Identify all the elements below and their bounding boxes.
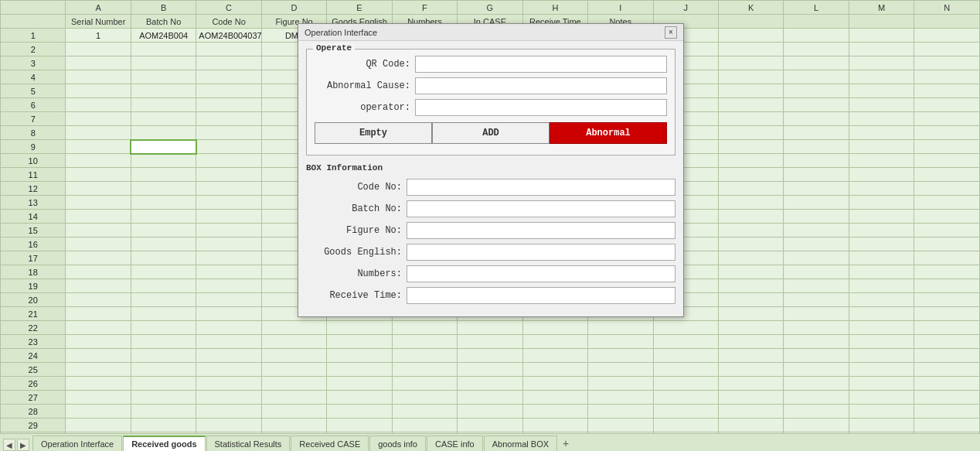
cell-r14-c13[interactable]: [914, 210, 980, 224]
cell-r19-c2[interactable]: [196, 279, 261, 293]
cell-r8-c12[interactable]: [849, 126, 914, 140]
cell-r29-c12[interactable]: [849, 419, 914, 432]
cell-r28-c10[interactable]: [718, 405, 783, 419]
box-goods-english-input[interactable]: [407, 244, 675, 261]
cell-r27-c12[interactable]: [849, 391, 914, 405]
cell-r29-c7[interactable]: [522, 419, 587, 432]
cell-r28-c7[interactable]: [522, 405, 587, 419]
cell-r27-c8[interactable]: [588, 391, 653, 405]
cell-r27-c3[interactable]: [261, 391, 326, 405]
cell-r29-c4[interactable]: [327, 419, 392, 432]
cell-r15-c11[interactable]: [784, 224, 849, 237]
cell-r22-c6[interactable]: [458, 321, 522, 335]
cell-r6-c10[interactable]: [718, 98, 783, 112]
cell-r24-c10[interactable]: [718, 349, 783, 363]
cell-r8-c13[interactable]: [914, 126, 980, 140]
cell-r24-c11[interactable]: [784, 349, 849, 363]
tab-case-info[interactable]: CASE info: [427, 436, 483, 451]
cell-r7-c11[interactable]: [784, 112, 849, 126]
cell-r26-c4[interactable]: [327, 377, 392, 391]
cell-r18-c2[interactable]: [196, 265, 261, 279]
cell-r29-c3[interactable]: [261, 419, 326, 432]
cell-r9-c11[interactable]: [784, 140, 849, 154]
cell-r27-c6[interactable]: [458, 391, 522, 405]
cell-r18-c13[interactable]: [914, 265, 980, 279]
cell-r25-c6[interactable]: [458, 363, 522, 377]
cell-r13-c2[interactable]: [196, 196, 261, 210]
cell-r1-c2[interactable]: AOM24B004037001: [196, 29, 261, 43]
cell-r15-c2[interactable]: [196, 224, 261, 237]
tab-received-goods[interactable]: Received goods: [123, 436, 205, 451]
cell-r18-c10[interactable]: [718, 265, 783, 279]
cell-r5-c1[interactable]: [131, 84, 196, 98]
cell-r23-c13[interactable]: [914, 335, 980, 349]
cell-r24-c0[interactable]: [66, 349, 131, 363]
cell-r27-c10[interactable]: [718, 391, 783, 405]
cell-r26-c11[interactable]: [784, 377, 849, 391]
cell-r1-c0[interactable]: 1: [66, 29, 131, 43]
cell-r16-c12[interactable]: [849, 237, 914, 251]
cell-r2-c13[interactable]: [914, 43, 980, 56]
operator-input[interactable]: [415, 99, 667, 116]
cell-r25-c4[interactable]: [327, 363, 392, 377]
cell-r24-c3[interactable]: [261, 349, 326, 363]
cell-r27-c7[interactable]: [522, 391, 587, 405]
cell-r28-c11[interactable]: [784, 405, 849, 419]
cell-r3-c10[interactable]: [718, 56, 783, 70]
cell-r12-c11[interactable]: [784, 182, 849, 196]
cell-r13-c12[interactable]: [849, 196, 914, 210]
cell-r11-c10[interactable]: [718, 168, 783, 182]
abnormal-button[interactable]: Abnormal: [550, 122, 667, 144]
cell-r26-c1[interactable]: [131, 377, 196, 391]
cell-r8-c11[interactable]: [784, 126, 849, 140]
cell-r18-c12[interactable]: [849, 265, 914, 279]
cell-r2-c10[interactable]: [718, 43, 783, 56]
cell-r26-c3[interactable]: [261, 377, 326, 391]
cell-r22-c11[interactable]: [784, 321, 849, 335]
box-receive-time-input[interactable]: [407, 287, 675, 304]
cell-r25-c5[interactable]: [392, 363, 457, 377]
cell-r27-c4[interactable]: [327, 391, 392, 405]
cell-r28-c4[interactable]: [327, 405, 392, 419]
cell-r23-c7[interactable]: [522, 335, 587, 349]
cell-r16-c10[interactable]: [718, 237, 783, 251]
cell-r6-c2[interactable]: [196, 98, 261, 112]
cell-r29-c6[interactable]: [458, 419, 522, 432]
cell-r24-c1[interactable]: [131, 349, 196, 363]
cell-r7-c13[interactable]: [914, 112, 980, 126]
cell-r16-c2[interactable]: [196, 237, 261, 251]
cell-r28-c3[interactable]: [261, 405, 326, 419]
cell-r22-c8[interactable]: [588, 321, 653, 335]
cell-r21-c12[interactable]: [849, 307, 914, 321]
cell-r19-c13[interactable]: [914, 279, 980, 293]
cell-r7-c2[interactable]: [196, 112, 261, 126]
cell-r23-c8[interactable]: [588, 335, 653, 349]
cell-r12-c2[interactable]: [196, 182, 261, 196]
cell-r24-c12[interactable]: [849, 349, 914, 363]
cell-r23-c10[interactable]: [718, 335, 783, 349]
box-code-no-input[interactable]: [407, 179, 675, 196]
cell-r11-c11[interactable]: [784, 168, 849, 182]
cell-r23-c2[interactable]: [196, 335, 261, 349]
cell-r12-c1[interactable]: [131, 182, 196, 196]
cell-r25-c12[interactable]: [849, 363, 914, 377]
cell-r23-c6[interactable]: [458, 335, 522, 349]
cell-r27-c9[interactable]: [653, 391, 718, 405]
cell-r14-c12[interactable]: [849, 210, 914, 224]
cell-r13-c13[interactable]: [914, 196, 980, 210]
cell-r29-c9[interactable]: [653, 419, 718, 432]
cell-r10-c10[interactable]: [718, 154, 783, 168]
cell-r24-c6[interactable]: [458, 349, 522, 363]
cell-r14-c1[interactable]: [131, 210, 196, 224]
cell-r26-c9[interactable]: [653, 377, 718, 391]
cell-r2-c11[interactable]: [784, 43, 849, 56]
cell-r15-c1[interactable]: [131, 224, 196, 237]
cell-r24-c8[interactable]: [588, 349, 653, 363]
cell-r22-c13[interactable]: [914, 321, 980, 335]
cell-r17-c10[interactable]: [718, 251, 783, 265]
cell-r10-c12[interactable]: [849, 154, 914, 168]
cell-r27-c11[interactable]: [784, 391, 849, 405]
cell-r27-c2[interactable]: [196, 391, 261, 405]
cell-r29-c13[interactable]: [914, 419, 980, 432]
cell-r28-c2[interactable]: [196, 405, 261, 419]
